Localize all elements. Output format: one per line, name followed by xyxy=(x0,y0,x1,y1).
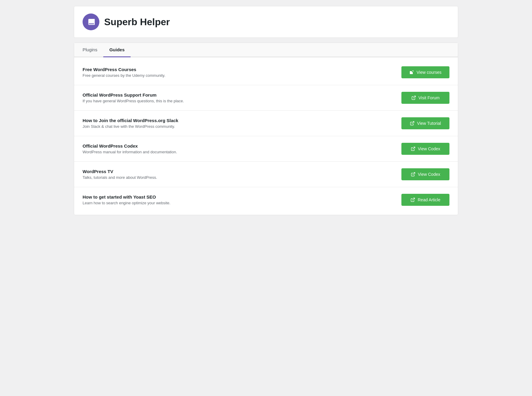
guide-desc: Join Slack & chat live with the WordPres… xyxy=(83,124,389,129)
visit-forum-button[interactable]: Visit Forum xyxy=(401,92,449,104)
guides-list: Free WordPress Courses Free general cour… xyxy=(74,57,458,215)
book-icon xyxy=(86,17,95,26)
tab-plugins[interactable]: Plugins xyxy=(77,43,103,57)
guide-desc: Learn how to search engine optimize your… xyxy=(83,201,389,205)
guide-text: Official WordPress Codex WordPress manua… xyxy=(83,143,401,154)
guide-title: Official WordPress Codex xyxy=(83,143,389,148)
guide-title: WordPress TV xyxy=(83,169,389,174)
guide-title: How to get started with Yoast SEO xyxy=(83,194,389,200)
view-tutorial-button[interactable]: View Tutorial xyxy=(401,117,449,129)
header-card: Superb Helper xyxy=(74,6,458,38)
app-title: Superb Helper xyxy=(104,16,170,28)
external-link-icon xyxy=(410,121,415,126)
guide-text: How to get started with Yoast SEO Learn … xyxy=(83,194,401,205)
view-courses-button[interactable]: View courses xyxy=(401,66,449,78)
external-link-icon xyxy=(409,70,414,75)
guide-item-wp-codex: Official WordPress Codex WordPress manua… xyxy=(74,136,458,162)
svg-line-0 xyxy=(413,96,415,98)
guide-item-yoast-seo: How to get started with Yoast SEO Learn … xyxy=(74,187,458,212)
guide-text: How to Join the official WordPress.org S… xyxy=(83,118,401,129)
guide-item-wp-support-forum: Official WordPress Support Forum If you … xyxy=(74,85,458,111)
app-logo xyxy=(83,14,99,30)
guide-text: Official WordPress Support Forum If you … xyxy=(83,92,401,103)
svg-line-4 xyxy=(413,198,415,200)
external-link-icon xyxy=(410,197,415,202)
view-codex-button-1[interactable]: View Codex xyxy=(401,143,449,155)
guide-text: WordPress TV Talks, tutorials and more a… xyxy=(83,169,401,180)
page-wrapper: Superb Helper Plugins Guides Free WordPr… xyxy=(74,6,458,215)
guide-title: Official WordPress Support Forum xyxy=(83,92,389,98)
guide-item-wp-slack: How to Join the official WordPress.org S… xyxy=(74,111,458,136)
guide-title: How to Join the official WordPress.org S… xyxy=(83,118,389,123)
svg-line-3 xyxy=(413,172,415,175)
guide-title: Free WordPress Courses xyxy=(83,67,389,72)
guide-desc: Free general courses by the Udemy commun… xyxy=(83,73,389,78)
external-link-icon xyxy=(411,95,416,100)
guide-item-free-wp-courses: Free WordPress Courses Free general cour… xyxy=(74,60,458,85)
guide-item-wp-tv: WordPress TV Talks, tutorials and more a… xyxy=(74,162,458,187)
svg-line-2 xyxy=(413,147,415,149)
svg-line-1 xyxy=(412,122,414,124)
main-card: Plugins Guides Free WordPress Courses Fr… xyxy=(74,43,458,215)
guide-text: Free WordPress Courses Free general cour… xyxy=(83,67,401,78)
guide-desc: WordPress manual for information and doc… xyxy=(83,150,389,154)
view-codex-button-2[interactable]: View Codex xyxy=(401,168,449,180)
guide-desc: If you have general WordPress questions,… xyxy=(83,99,389,103)
external-link-icon xyxy=(411,172,416,177)
tabs-bar: Plugins Guides xyxy=(74,43,458,57)
external-link-icon xyxy=(411,146,416,151)
tab-guides[interactable]: Guides xyxy=(103,43,131,57)
read-article-button[interactable]: Read Article xyxy=(401,194,449,206)
guide-desc: Talks, tutorials and more about WordPres… xyxy=(83,175,389,180)
